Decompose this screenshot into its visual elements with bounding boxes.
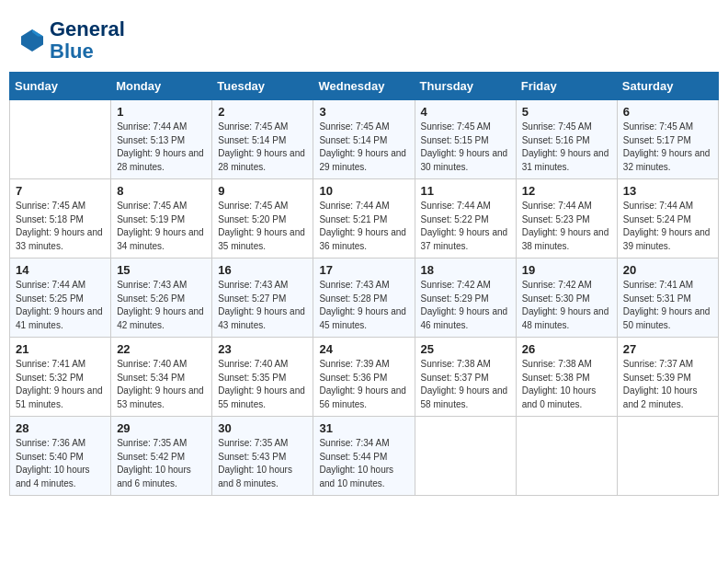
calendar-cell: 26Sunrise: 7:38 AMSunset: 5:38 PMDayligh… <box>516 338 617 417</box>
day-info: Sunrise: 7:44 AMSunset: 5:13 PMDaylight:… <box>117 121 206 174</box>
day-info: Sunrise: 7:45 AMSunset: 5:19 PMDaylight:… <box>117 200 206 253</box>
day-info: Sunrise: 7:40 AMSunset: 5:35 PMDaylight:… <box>218 358 307 411</box>
day-info: Sunrise: 7:44 AMSunset: 5:22 PMDaylight:… <box>421 200 510 253</box>
weekday-header-wednesday: Wednesday <box>313 73 415 100</box>
day-info: Sunrise: 7:45 AMSunset: 5:16 PMDaylight:… <box>522 121 611 174</box>
calendar-cell <box>415 417 516 496</box>
calendar-week-row: 21Sunrise: 7:41 AMSunset: 5:32 PMDayligh… <box>10 338 719 417</box>
day-info: Sunrise: 7:34 AMSunset: 5:44 PMDaylight:… <box>319 437 408 490</box>
day-info: Sunrise: 7:43 AMSunset: 5:26 PMDaylight:… <box>117 279 206 332</box>
calendar-cell: 8Sunrise: 7:45 AMSunset: 5:19 PMDaylight… <box>111 179 212 259</box>
day-number: 18 <box>421 263 510 277</box>
day-number: 16 <box>218 263 307 277</box>
day-info: Sunrise: 7:40 AMSunset: 5:34 PMDaylight:… <box>117 358 206 411</box>
calendar-cell: 7Sunrise: 7:45 AMSunset: 5:18 PMDaylight… <box>10 179 111 259</box>
day-number: 14 <box>16 263 105 277</box>
day-info: Sunrise: 7:45 AMSunset: 5:15 PMDaylight:… <box>421 121 510 174</box>
day-number: 11 <box>421 184 510 198</box>
calendar-cell: 27Sunrise: 7:37 AMSunset: 5:39 PMDayligh… <box>617 338 718 417</box>
calendar-cell: 30Sunrise: 7:35 AMSunset: 5:43 PMDayligh… <box>212 417 313 496</box>
day-number: 21 <box>16 342 105 356</box>
logo-icon <box>18 27 46 54</box>
day-info: Sunrise: 7:43 AMSunset: 5:28 PMDaylight:… <box>319 279 408 332</box>
calendar-cell: 21Sunrise: 7:41 AMSunset: 5:32 PMDayligh… <box>10 338 111 417</box>
day-number: 28 <box>16 421 105 435</box>
calendar-cell: 20Sunrise: 7:41 AMSunset: 5:31 PMDayligh… <box>617 259 718 338</box>
weekday-header-row: SundayMondayTuesdayWednesdayThursdayFrid… <box>10 73 719 100</box>
page-header: General Blue <box>9 9 719 67</box>
day-number: 22 <box>117 342 206 356</box>
weekday-header-friday: Friday <box>516 73 617 100</box>
calendar-week-row: 28Sunrise: 7:36 AMSunset: 5:40 PMDayligh… <box>10 417 719 496</box>
day-info: Sunrise: 7:42 AMSunset: 5:29 PMDaylight:… <box>421 279 510 332</box>
day-info: Sunrise: 7:45 AMSunset: 5:20 PMDaylight:… <box>218 200 307 253</box>
calendar-cell: 1Sunrise: 7:44 AMSunset: 5:13 PMDaylight… <box>111 100 212 179</box>
day-info: Sunrise: 7:41 AMSunset: 5:32 PMDaylight:… <box>16 358 105 411</box>
calendar-cell <box>617 417 718 496</box>
weekday-header-thursday: Thursday <box>415 73 516 100</box>
day-number: 19 <box>522 263 611 277</box>
day-info: Sunrise: 7:45 AMSunset: 5:14 PMDaylight:… <box>319 121 408 174</box>
calendar-cell: 15Sunrise: 7:43 AMSunset: 5:26 PMDayligh… <box>111 259 212 338</box>
day-number: 27 <box>623 342 712 356</box>
day-number: 25 <box>421 342 510 356</box>
day-number: 6 <box>623 105 712 119</box>
logo-text: General Blue <box>50 18 125 63</box>
day-number: 3 <box>319 105 408 119</box>
day-info: Sunrise: 7:45 AMSunset: 5:18 PMDaylight:… <box>16 200 105 253</box>
logo: General Blue <box>18 18 125 63</box>
day-number: 12 <box>522 184 611 198</box>
calendar-cell: 6Sunrise: 7:45 AMSunset: 5:17 PMDaylight… <box>617 100 718 179</box>
day-info: Sunrise: 7:38 AMSunset: 5:37 PMDaylight:… <box>421 358 510 411</box>
calendar-cell: 9Sunrise: 7:45 AMSunset: 5:20 PMDaylight… <box>212 179 313 259</box>
day-info: Sunrise: 7:35 AMSunset: 5:42 PMDaylight:… <box>117 437 206 490</box>
day-info: Sunrise: 7:41 AMSunset: 5:31 PMDaylight:… <box>623 279 712 332</box>
svg-marker-0 <box>21 29 43 52</box>
day-number: 7 <box>16 184 105 198</box>
calendar-cell: 16Sunrise: 7:43 AMSunset: 5:27 PMDayligh… <box>212 259 313 338</box>
calendar-week-row: 14Sunrise: 7:44 AMSunset: 5:25 PMDayligh… <box>10 259 719 338</box>
calendar-cell: 28Sunrise: 7:36 AMSunset: 5:40 PMDayligh… <box>10 417 111 496</box>
calendar-cell: 29Sunrise: 7:35 AMSunset: 5:42 PMDayligh… <box>111 417 212 496</box>
calendar-week-row: 7Sunrise: 7:45 AMSunset: 5:18 PMDaylight… <box>10 179 719 259</box>
day-info: Sunrise: 7:44 AMSunset: 5:25 PMDaylight:… <box>16 279 105 332</box>
day-info: Sunrise: 7:44 AMSunset: 5:23 PMDaylight:… <box>522 200 611 253</box>
day-number: 5 <box>522 105 611 119</box>
calendar-cell: 18Sunrise: 7:42 AMSunset: 5:29 PMDayligh… <box>415 259 516 338</box>
calendar-cell: 25Sunrise: 7:38 AMSunset: 5:37 PMDayligh… <box>415 338 516 417</box>
calendar-cell: 23Sunrise: 7:40 AMSunset: 5:35 PMDayligh… <box>212 338 313 417</box>
calendar-cell: 24Sunrise: 7:39 AMSunset: 5:36 PMDayligh… <box>313 338 415 417</box>
day-info: Sunrise: 7:44 AMSunset: 5:21 PMDaylight:… <box>319 200 408 253</box>
calendar-cell: 2Sunrise: 7:45 AMSunset: 5:14 PMDaylight… <box>212 100 313 179</box>
day-number: 30 <box>218 421 307 435</box>
weekday-header-monday: Monday <box>111 73 212 100</box>
day-info: Sunrise: 7:44 AMSunset: 5:24 PMDaylight:… <box>623 200 712 253</box>
day-info: Sunrise: 7:42 AMSunset: 5:30 PMDaylight:… <box>522 279 611 332</box>
calendar-cell: 12Sunrise: 7:44 AMSunset: 5:23 PMDayligh… <box>516 179 617 259</box>
day-info: Sunrise: 7:37 AMSunset: 5:39 PMDaylight:… <box>623 358 712 411</box>
day-info: Sunrise: 7:38 AMSunset: 5:38 PMDaylight:… <box>522 358 611 411</box>
calendar-cell: 31Sunrise: 7:34 AMSunset: 5:44 PMDayligh… <box>313 417 415 496</box>
calendar-cell <box>10 100 111 179</box>
calendar-cell: 14Sunrise: 7:44 AMSunset: 5:25 PMDayligh… <box>10 259 111 338</box>
weekday-header-saturday: Saturday <box>617 73 718 100</box>
calendar-cell: 10Sunrise: 7:44 AMSunset: 5:21 PMDayligh… <box>313 179 415 259</box>
weekday-header-tuesday: Tuesday <box>212 73 313 100</box>
day-number: 9 <box>218 184 307 198</box>
calendar-cell: 4Sunrise: 7:45 AMSunset: 5:15 PMDaylight… <box>415 100 516 179</box>
calendar-cell: 19Sunrise: 7:42 AMSunset: 5:30 PMDayligh… <box>516 259 617 338</box>
day-number: 10 <box>319 184 408 198</box>
day-info: Sunrise: 7:35 AMSunset: 5:43 PMDaylight:… <box>218 437 307 490</box>
calendar-cell: 13Sunrise: 7:44 AMSunset: 5:24 PMDayligh… <box>617 179 718 259</box>
day-number: 29 <box>117 421 206 435</box>
day-number: 20 <box>623 263 712 277</box>
day-number: 1 <box>117 105 206 119</box>
calendar-cell <box>516 417 617 496</box>
day-info: Sunrise: 7:36 AMSunset: 5:40 PMDaylight:… <box>16 437 105 490</box>
day-number: 13 <box>623 184 712 198</box>
day-number: 4 <box>421 105 510 119</box>
day-info: Sunrise: 7:45 AMSunset: 5:17 PMDaylight:… <box>623 121 712 174</box>
day-number: 24 <box>319 342 408 356</box>
day-info: Sunrise: 7:45 AMSunset: 5:14 PMDaylight:… <box>218 121 307 174</box>
day-number: 15 <box>117 263 206 277</box>
